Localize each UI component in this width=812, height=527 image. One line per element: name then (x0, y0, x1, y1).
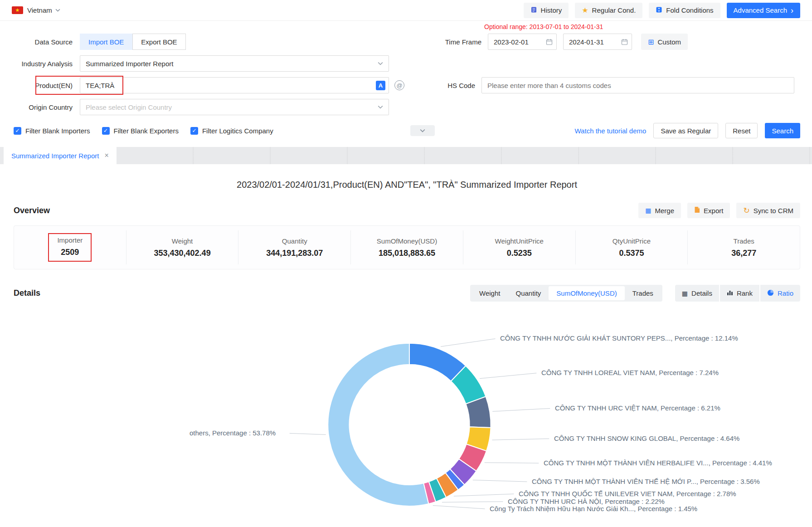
stat-label: Weight (172, 237, 193, 245)
origin-country-select[interactable]: Please select Origin Country (80, 99, 389, 115)
tab-title: Summarized Importer Report (11, 152, 99, 160)
row-industry-analysis: Industry Analysis Summarized Importer Re… (14, 55, 800, 72)
history-label: History (541, 6, 562, 14)
view-tab-ratio[interactable]: Ratio (760, 285, 800, 302)
origin-country-label: Origin Country (14, 103, 73, 111)
rank-bars-icon (727, 289, 733, 297)
stat-value: 344,191,283.07 (266, 249, 323, 258)
stat-quantity: Quantity 344,191,283.07 (238, 230, 351, 264)
country-selector-label[interactable]: Vietnam (27, 6, 52, 14)
date-to-field (563, 34, 632, 50)
merge-icon: ▦ (645, 207, 651, 214)
filter-blank-exporters-checkbox[interactable]: ✓ Filter Blank Exporters (102, 127, 179, 135)
overview-heading: Overview (14, 206, 50, 215)
stat-label: Importer (57, 236, 83, 244)
product-input[interactable] (80, 77, 389, 93)
tab-summarized-importer-report[interactable]: Summarized Importer Report × (4, 147, 117, 164)
translate-icon[interactable]: A (376, 81, 385, 90)
chart-leader-line (433, 506, 485, 509)
calendar-icon[interactable] (546, 39, 553, 45)
view-tab-label: Details (691, 289, 712, 297)
chart-label: CÔNG TY TNHH URC HÀ NỘI, Percentage : 2.… (508, 498, 665, 505)
search-button[interactable]: Search (765, 123, 800, 138)
chart-label: Công Ty Trách Nhiệm Hữu Hạn Nước Giải Kh… (490, 505, 697, 512)
collapse-conditions-button[interactable] (410, 125, 435, 136)
origin-country-placeholder: Please select Origin Country (86, 103, 172, 111)
row-filters: ✓ Filter Blank Importers ✓ Filter Blank … (14, 122, 800, 139)
metric-tab-trades[interactable]: Trades (625, 286, 661, 300)
filter-blank-importers-checkbox[interactable]: ✓ Filter Blank Importers (14, 127, 90, 135)
checkbox-checked-icon: ✓ (190, 127, 198, 135)
sync-to-crm-button[interactable]: ↻ Sync to CRM (736, 203, 800, 218)
report-tab-strip: Summarized Importer Report × (0, 147, 812, 164)
row-product: Product(EN) A @ HS Code (14, 77, 800, 93)
stat-label: QtyUnitPrice (613, 237, 651, 245)
history-button[interactable]: History (524, 3, 569, 18)
chevron-down-icon (378, 62, 383, 65)
reset-button[interactable]: Reset (725, 123, 758, 138)
stat-label: SumOfMoney(USD) (377, 237, 437, 245)
chart-leader-line (442, 502, 503, 502)
stat-value: 36,277 (731, 249, 756, 258)
view-tabs: ▦ Details Rank Ratio (675, 285, 800, 302)
stat-value: 185,018,883.65 (379, 249, 435, 258)
calendar-icon[interactable] (621, 39, 628, 45)
view-tab-details[interactable]: ▦ Details (675, 285, 719, 302)
annotation-box-importer: Importer 2509 (48, 233, 92, 262)
industry-analysis-value: Summarized Importer Report (86, 60, 173, 68)
close-icon[interactable]: × (104, 151, 108, 160)
stat-value: 0.5235 (507, 249, 532, 258)
regular-cond-button[interactable]: ★ Regular Cond. (575, 3, 642, 18)
advanced-search-label: Advanced Search (734, 6, 787, 14)
stat-weight: Weight 353,430,402.49 (126, 230, 239, 264)
metric-tab-quantity[interactable]: Quantity (508, 286, 549, 300)
export-file-icon (694, 206, 700, 215)
data-source-label: Data Source (14, 38, 73, 46)
fold-icon (656, 6, 662, 15)
export-button[interactable]: Export (687, 203, 730, 218)
hs-code-group: HS Code (443, 77, 794, 93)
ratio-pie-chart: CÔNG TY TNHH NƯỚC GIẢI KHÁT SUNTORY PEPS… (14, 305, 800, 526)
overview-actions: ▦ Merge Export ↻ Sync to CRM (638, 203, 800, 218)
industry-analysis-select[interactable]: Summarized Importer Report (80, 55, 389, 72)
fold-conditions-button[interactable]: Fold Conditions (649, 3, 720, 18)
chart-leader-line (480, 373, 536, 379)
tab-import-boe[interactable]: Import BOE (80, 34, 132, 50)
pie-chart-icon (767, 289, 774, 298)
tab-export-boe[interactable]: Export BOE (132, 34, 185, 50)
advanced-search-button[interactable]: Advanced Search › (727, 3, 800, 18)
hs-code-input[interactable] (481, 77, 794, 93)
pie-segment[interactable] (328, 343, 428, 506)
save-as-regular-button[interactable]: Save as Regular (653, 123, 718, 138)
view-tab-label: Rank (737, 289, 753, 297)
row-origin-country: Origin Country Please select Origin Coun… (14, 99, 800, 115)
filter-blank-exporters-label: Filter Blank Exporters (114, 127, 179, 135)
stat-value: 2509 (61, 248, 79, 257)
chart-label: others, Percentage : 53.78% (190, 429, 276, 437)
custom-range-button[interactable]: ⊞ Custom (641, 34, 688, 50)
chart-label: CÔNG TY TNHH LOREAL VIET NAM, Percentage… (541, 369, 719, 376)
chart-leader-line (492, 439, 549, 440)
view-tab-label: Ratio (778, 289, 793, 297)
topbar: ★ Vietnam History ★ Regular Cond. Fold C… (0, 0, 812, 21)
chart-label: CÔNG TY TNHH SNOW KING GLOBAL, Percentag… (554, 434, 739, 442)
optional-range-text: Optional range: 2013-07-01 to 2024-01-31 (484, 23, 603, 30)
filter-logitics-company-checkbox[interactable]: ✓ Filter Logitics Company (190, 127, 273, 135)
chevron-down-icon[interactable] (55, 9, 60, 12)
chevron-down-icon (378, 105, 383, 109)
tutorial-demo-link[interactable]: Watch the tutorial demo (575, 127, 647, 135)
hs-code-label: HS Code (443, 82, 475, 89)
sync-to-crm-label: Sync to CRM (754, 207, 793, 215)
chart-leader-line (454, 494, 514, 496)
metric-tabs: Weight Quantity SumOfMoney(USD) Trades (470, 285, 662, 302)
overview-header: Overview ▦ Merge Export ↻ Sync to CRM (14, 203, 800, 218)
stat-value: 353,430,402.49 (154, 249, 211, 258)
chart-label: CÔNG TY TNHH QUỐC TẾ UNILEVER VIET NAM, … (519, 490, 736, 498)
chevron-right-icon: › (791, 6, 793, 15)
metric-tab-sum-of-money[interactable]: SumOfMoney(USD) (549, 286, 624, 300)
metric-tab-weight[interactable]: Weight (472, 286, 508, 300)
view-tab-rank[interactable]: Rank (720, 285, 759, 302)
merge-button[interactable]: ▦ Merge (638, 203, 681, 218)
data-source-tabs: Import BOE Export BOE (80, 34, 186, 50)
match-mode-icon[interactable]: @ (394, 80, 404, 90)
